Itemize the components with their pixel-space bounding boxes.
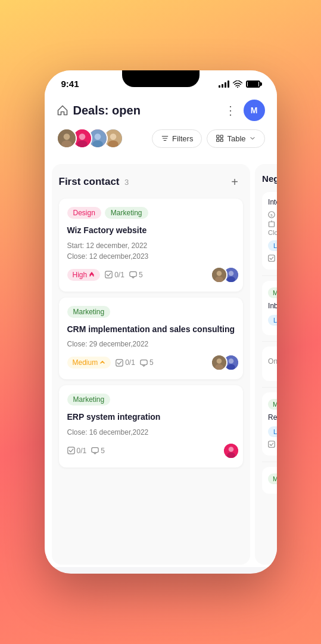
right-card-5: Marketing [262,467,276,494]
svg-rect-46 [269,441,275,448]
card-start-date-1: Start: 12 december, 2022 [67,242,235,250]
battery-icon [246,80,260,88]
add-card-button[interactable]: + [226,174,243,190]
card-assignees-2 [211,354,235,371]
message-icon-2 [140,359,148,367]
column-first-contact: First contact 3 + Design Marketing Wiz F… [52,164,251,565]
coin-icon: $ [268,211,275,218]
tag-marketing-2: Marketing [67,306,111,318]
svg-rect-21 [130,272,136,277]
card-wiz-factory: Design Marketing Wiz Factory website Sta… [59,199,244,292]
app-content: Deals: open ⋮ M [45,94,277,567]
tag-marketing-3: Marketing [67,394,111,405]
view-type-button[interactable]: Table [207,129,264,148]
svg-rect-16 [217,135,219,138]
chevron-down-icon [249,135,256,142]
card-title-2: CRM implementation and sales consulting [67,324,235,336]
grid-icon [216,134,224,143]
svg-rect-20 [105,271,112,278]
svg-text:$: $ [270,213,273,217]
more-options-button[interactable]: ⋮ [225,104,236,116]
toolbar: Filters Table [57,128,265,148]
low-badge-1: Low [268,240,276,251]
assignee-avatar-img-3 [212,354,226,371]
status-icons [219,80,260,88]
column-header-first-contact: First contact 3 + [59,174,244,190]
low-badge-2: Low [268,315,276,326]
messages-meta-2: 5 [140,358,154,367]
right-card-title-1: Integration application [268,198,276,208]
card-footer-1: High 0/1 [67,267,235,283]
priority-badge-medium: Medium [67,357,111,369]
card-tags-3: Marketing [67,394,235,405]
svg-point-2 [63,134,70,140]
check-icon-2 [116,359,123,367]
svg-point-3 [61,141,72,148]
card-assignees-3 [223,442,235,459]
status-time: 9:41 [61,79,79,89]
right-card-title-3: One more d [268,352,276,371]
low-badge-3: Low [268,426,276,437]
message-icon-3 [91,447,99,454]
svg-rect-36 [67,447,74,454]
tag-marketing: Marketing [105,207,148,219]
svg-rect-45 [269,255,275,261]
priority-arrow-icon [89,272,95,278]
filters-button[interactable]: Filters [152,129,202,148]
svg-rect-43 [269,222,275,227]
wifi-icon [233,80,242,88]
right-company-row: Wiz Fac [268,220,276,227]
card-meta-2: Medium 0/1 [67,357,154,369]
svg-point-27 [227,276,235,282]
filters-label: Filters [172,134,193,143]
svg-rect-37 [92,448,98,453]
card-footer-2: Medium 0/1 [67,354,235,371]
header-actions: ⋮ M [225,100,265,121]
svg-point-32 [215,364,223,370]
priority-label-2: Medium [73,358,98,367]
card-tags-2: Marketing [67,306,235,318]
right-card-title-2: Inbound ma and implem [268,302,276,311]
right-column-title: Negotiatio [262,174,276,184]
view-type-label: Table [227,134,245,143]
svg-point-23 [217,271,222,276]
right-card-2: Marketing Inbound ma and implem Low [262,281,276,336]
column-title-group: First contact 3 [59,176,129,188]
messages-count-2: 5 [149,358,154,367]
priority-up-icon [99,360,105,366]
priority-label-1: High [73,271,88,279]
messages-meta-3: 5 [91,447,105,455]
assignee-1-1 [211,267,227,283]
building-icon [268,220,275,227]
assignee-avatar-img-5 [224,442,238,459]
low-label-3: Low [273,428,276,435]
tag-design: Design [67,207,101,219]
svg-point-24 [215,276,223,282]
column-negotiation: Negotiatio Integration application $ 12,… [255,164,276,565]
user-avatar[interactable]: M [244,100,265,121]
right-amount-row: $ 12,000.0 [268,211,276,218]
right-tag-2: Marketing [268,287,276,298]
card-close-date-1: Close: 12 december,2023 [67,252,235,261]
card-title-1: Wiz Factory website [67,225,235,237]
svg-point-31 [217,358,222,364]
avatar-img-1 [58,128,76,148]
low-label-2: Low [273,317,276,324]
team-avatars [57,128,119,148]
svg-point-39 [229,447,234,452]
card-tags-1: Design Marketing [67,207,235,219]
check-icon-3 [67,447,75,454]
priority-badge-high: High [67,269,101,281]
svg-point-35 [227,364,235,370]
card-crm: Marketing CRM implementation and sales c… [59,298,244,380]
right-card-4: Marketing Rebuild ma Low 0 [262,392,276,456]
card-assignees-1 [211,267,235,283]
tasks-count-1: 0/1 [114,271,124,279]
right-tasks-row-4: 0 [268,441,276,448]
team-avatar-1[interactable] [57,128,77,148]
separator-2 [262,341,276,342]
right-tag-5: Marketing [268,473,276,484]
card-title-3: ERP system integration [67,411,235,423]
svg-point-11 [110,134,116,140]
right-card-3: One more d [262,346,276,381]
